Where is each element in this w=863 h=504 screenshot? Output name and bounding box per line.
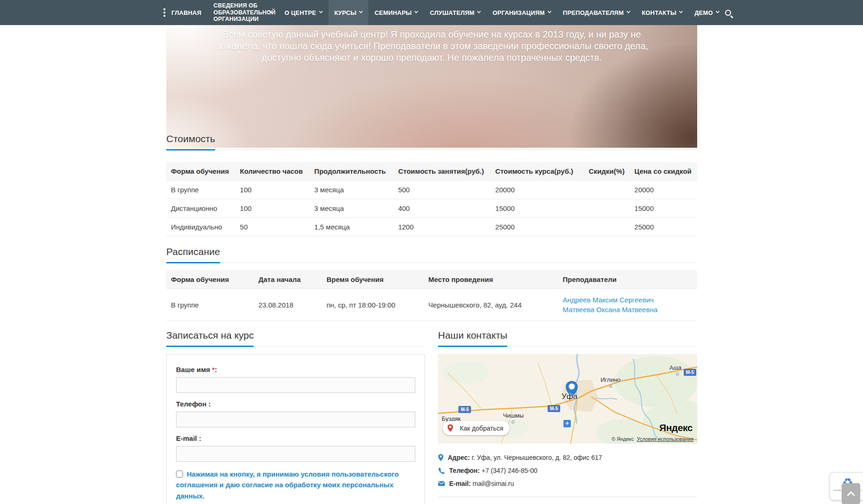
phone-icon <box>438 467 445 474</box>
contact-phone-row: Телефон: +7 (347) 246-85-00 <box>438 467 697 474</box>
red-pin-icon <box>445 422 456 434</box>
cell: 20000 <box>630 181 697 199</box>
col-header: Время обучения <box>322 270 424 289</box>
location-pin-icon <box>438 454 444 461</box>
road-badge-m5: М-5 <box>458 406 471 413</box>
contacts-section: Наши контакты А <box>438 330 697 497</box>
nav-item-about[interactable]: О ЦЕНТРЕ <box>278 0 328 25</box>
contacts-section-head: Наши контакты <box>438 330 697 347</box>
col-header: Скидки(%) <box>584 162 630 181</box>
cell: 50 <box>235 218 310 236</box>
cell <box>584 199 630 218</box>
nav-item-org-info[interactable]: СВЕДЕНИЯ ОБ ОБРАЗОВАТЕЛЬНОЙ ОРГАНИЗАЦИИ <box>207 0 278 25</box>
map-town-dot <box>676 373 679 376</box>
email-input[interactable] <box>176 446 415 462</box>
schedule-section: Расписание Форма обучения Дата начала Вр… <box>166 246 697 321</box>
cost-section-head: Стоимость <box>166 133 697 150</box>
chevron-down-icon <box>679 9 683 13</box>
nav-item-courses[interactable]: КУРСЫ <box>328 0 369 25</box>
schedule-title: Расписание <box>166 246 220 263</box>
nav-inner: ГЛАВНАЯ СВЕДЕНИЯ ОБ ОБРАЗОВАТЕЛЬНОЙ ОРГА… <box>163 0 702 25</box>
phone-value: +7 (347) 246-85-00 <box>482 467 537 474</box>
teacher-link[interactable]: Андреев Максим Сергеевич <box>563 296 693 304</box>
cell: Дистанционно <box>166 199 235 218</box>
hero-testimonial-banner: Всем советую данный учебный центр! Я про… <box>166 25 697 148</box>
col-header: Цена со скидкой <box>630 162 697 181</box>
cost-section: Стоимость Форма обучения Количество часо… <box>166 133 697 236</box>
table-row: В группе 23.08.2018 пн, ср, пт 18:00-19:… <box>166 289 697 321</box>
cell: В группе <box>166 181 235 199</box>
cell: 400 <box>393 199 490 218</box>
chevron-down-icon <box>414 9 418 13</box>
cell: 15000 <box>490 199 584 218</box>
phone-input[interactable] <box>176 412 415 427</box>
col-header: Стоимость курса(руб.) <box>490 162 584 181</box>
table-row: В группе 100 3 месяца 500 20000 20000 <box>166 181 697 199</box>
nav-item-organizations[interactable]: ОРГАНИЗАЦИЯМ <box>486 0 556 25</box>
cell: 25000 <box>630 218 697 236</box>
map-label-iglino: Иглино <box>601 376 621 383</box>
contact-email-row: E-mail: mail@simai.ru <box>438 480 697 487</box>
nav-item-contacts[interactable]: КОНТАКТЫ <box>636 0 688 25</box>
cell: 25000 <box>490 218 584 236</box>
directions-button[interactable]: Как добраться <box>443 421 510 435</box>
scroll-to-top-button[interactable] <box>842 483 860 504</box>
consent-checkbox[interactable] <box>176 471 183 478</box>
top-navigation: ГЛАВНАЯ СВЕДЕНИЯ ОБ ОБРАЗОВАТЕЛЬНОЙ ОРГА… <box>0 0 863 25</box>
search-icon[interactable] <box>725 0 731 25</box>
name-label: Ваше имя *: <box>176 366 415 373</box>
cell: 1,5 месяца <box>310 218 394 236</box>
chevron-down-icon <box>626 9 630 13</box>
nav-item-seminars[interactable]: СЕМИНАРЫ <box>368 0 424 25</box>
cell: 100 <box>235 181 310 199</box>
road-badge-m5: М-5 <box>548 405 560 412</box>
map-label-ufa: Уфа <box>562 392 577 401</box>
cost-table-header-row: Форма обучения Количество часов Продолжи… <box>166 162 697 181</box>
nav-item-home[interactable]: ГЛАВНАЯ <box>165 0 207 25</box>
chevron-down-icon <box>477 9 481 13</box>
col-header: Форма обучения <box>166 270 254 289</box>
cell: пн, ср, пт 18:00-19:00 <box>322 289 424 321</box>
col-header: Форма обучения <box>166 162 235 181</box>
divider <box>438 497 697 497</box>
schedule-section-head: Расписание <box>166 246 697 263</box>
cell: 15000 <box>630 199 697 218</box>
nav-item-teachers[interactable]: ПРЕПОДАВАТЕЛЯМ <box>557 0 636 25</box>
chevron-down-icon <box>716 9 719 13</box>
contacts-title: Наши контакты <box>438 330 507 347</box>
phone-label: Телефон : <box>176 400 415 408</box>
teacher-link[interactable]: Матвеева Оксана Матвеевна <box>563 306 693 314</box>
col-header: Дата начала <box>254 270 322 289</box>
chevron-up-icon <box>847 491 855 499</box>
col-header: Продолжительность <box>310 162 394 181</box>
col-header: Место проведения <box>424 270 558 289</box>
contact-list: Адрес: г. Уфа, ул. Чернышевского, д. 82,… <box>438 454 697 497</box>
map-attribution: © Яндекс Условия использования <box>612 436 693 442</box>
chevron-down-icon <box>548 9 551 13</box>
consent-row: Нажимая на кнопку, я принимаю условия по… <box>176 469 415 501</box>
teachers-cell: Андреев Максим Сергеевич Матвеева Оксана… <box>558 289 697 321</box>
road-badge-m5: М-5 <box>684 369 696 376</box>
name-input[interactable] <box>176 377 415 393</box>
cell: 3 месяца <box>310 199 394 218</box>
cost-title: Стоимость <box>166 133 215 151</box>
testimonial-text: Всем советую данный учебный центр! Я про… <box>212 29 651 64</box>
chevron-down-icon <box>319 9 322 13</box>
nav-item-listeners[interactable]: СЛУШАТЕЛЯМ <box>424 0 486 25</box>
yandex-map[interactable]: Аша М-5 Иглино Уфа М-5 М-5 Чишмы Буздяк … <box>438 354 697 444</box>
map-town-dot <box>609 385 612 388</box>
nav-item-demo[interactable]: ДЕМО <box>688 0 725 25</box>
cell <box>584 181 630 199</box>
map-town-dot <box>511 420 515 424</box>
cell <box>584 218 630 236</box>
table-row: Дистанционно 100 3 месяца 400 15000 1500… <box>166 199 697 218</box>
cell: 23.08.2018 <box>254 289 322 321</box>
signup-section-head: Записаться на курс <box>166 330 425 347</box>
chevron-down-icon <box>359 9 363 13</box>
email-label: E-mail : <box>176 434 415 442</box>
consent-text[interactable]: Нажимая на кнопку, я принимаю условия по… <box>176 470 399 500</box>
cell: 20000 <box>490 181 584 199</box>
cell: Чернышевского, 82, ауд. 244 <box>424 289 558 321</box>
address-label: Адрес: <box>448 454 470 461</box>
terms-of-use-link[interactable]: Условия использования <box>637 436 693 442</box>
